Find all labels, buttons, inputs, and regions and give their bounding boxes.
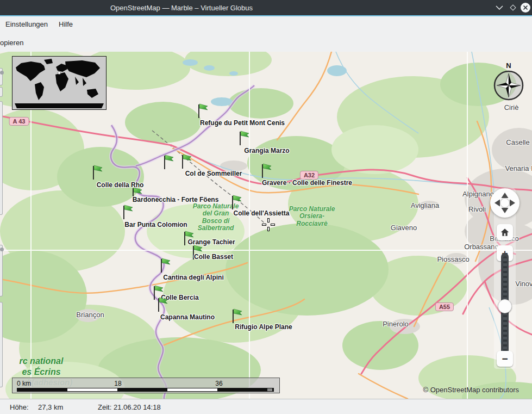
clipped-panel-edge[interactable] xyxy=(0,87,3,97)
scalebar: 0 km 18 36 xyxy=(12,378,280,393)
close-button[interactable] xyxy=(518,0,532,15)
altitude-label: Höhe: xyxy=(10,403,29,411)
titlebar[interactable]: OpenStreetMap — Marble – Virtueller Glob… xyxy=(0,0,532,15)
altitude-value: 27,3 km xyxy=(38,403,63,411)
maximize-button[interactable] xyxy=(506,0,520,15)
window-title: OpenStreetMap — Marble – Virtueller Glob… xyxy=(110,4,253,12)
compass[interactable]: N xyxy=(493,61,524,105)
map-viewport[interactable]: Parco Naturale del Gran Bosco di Salbert… xyxy=(0,52,532,399)
compass-rose-icon xyxy=(493,70,524,101)
overview-world-map[interactable] xyxy=(12,56,107,110)
scalebar-tick-label: 36 xyxy=(215,380,222,387)
clipped-panel-edge[interactable] xyxy=(0,302,3,387)
home-button[interactable] xyxy=(497,224,513,240)
scalebar-tick-label: 18 xyxy=(114,380,121,387)
zoom-slider-handle[interactable] xyxy=(498,299,512,313)
clipped-menu-entry[interactable]: opieren xyxy=(0,39,23,47)
chevron-down-icon xyxy=(496,5,503,10)
scalebar-segments xyxy=(17,388,274,392)
compass-north-label: N xyxy=(506,61,511,70)
time-value: Zeit: 21.06.20 14:18 xyxy=(98,403,161,411)
clipped-panel-edge[interactable] xyxy=(0,101,3,215)
scalebar-origin-label: 0 km xyxy=(17,380,31,387)
pan-control[interactable] xyxy=(490,188,520,218)
minimize-button[interactable] xyxy=(492,0,506,15)
menu-item[interactable]: Einstellungen xyxy=(0,20,53,28)
home-icon xyxy=(499,227,510,238)
panel-dot-icon xyxy=(0,248,4,251)
map-attribution: © OpenStreetMap contributors xyxy=(423,386,520,394)
menu-item[interactable]: Hilfe xyxy=(53,20,78,28)
clipped-panel-edge[interactable] xyxy=(0,68,3,85)
zoom-out-button[interactable]: − xyxy=(497,351,513,367)
menubar: Einstellungen Hilfe xyxy=(0,16,532,32)
diamond-icon xyxy=(510,4,516,10)
marble-window: OpenStreetMap — Marble – Virtueller Glob… xyxy=(0,0,532,414)
clipped-panel-edge[interactable] xyxy=(0,245,3,296)
toolbar-area: opieren xyxy=(0,32,532,52)
circled-x-icon xyxy=(521,3,530,13)
panel-dot-icon xyxy=(0,71,4,75)
statusbar: Höhe: 27,3 km Zeit: 21.06.20 14:18 xyxy=(0,399,532,414)
